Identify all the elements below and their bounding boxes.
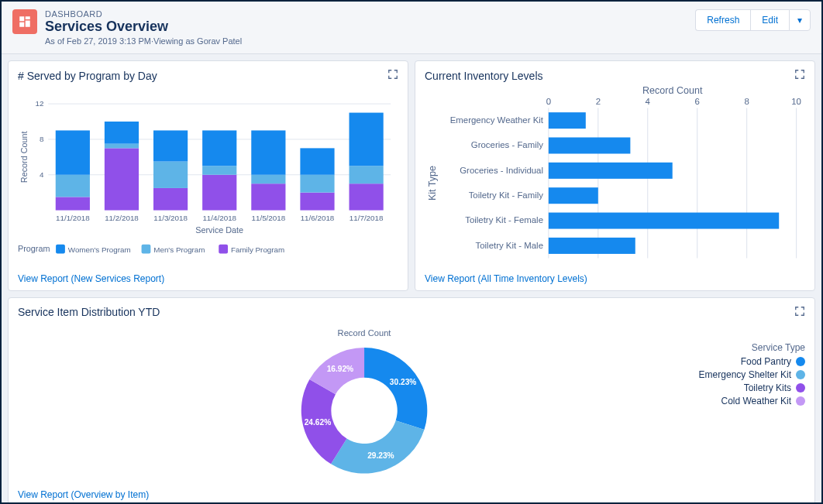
legend-label: Food Pantry [741,356,791,367]
card-title: Current Inventory Levels [425,70,543,82]
expand-icon[interactable] [387,69,398,82]
svg-text:Toiletry Kit - Family: Toiletry Kit - Family [469,190,544,200]
svg-text:Record Count: Record Count [338,328,392,338]
card-inventory-levels: Current Inventory Levels Record Count024… [415,60,815,291]
bar-segment[interactable] [202,166,236,174]
dashboard-icon [12,9,37,34]
bar-segment[interactable] [350,113,384,166]
legend-label: Emergency Shelter Kit [699,369,791,380]
bar-segment[interactable] [153,130,188,161]
bar-segment[interactable] [105,148,139,210]
bar-segment[interactable] [300,175,334,193]
svg-text:11/3/2018: 11/3/2018 [153,214,188,222]
bar-segment[interactable] [153,162,188,188]
card-title-row: Service Item Distribution YTD [18,306,805,319]
card-title-row: Current Inventory Levels [425,69,805,82]
svg-text:Record Count: Record Count [642,85,703,96]
svg-text:Groceries - Family: Groceries - Family [471,140,543,149]
legend-label: Cold Weather Kit [721,396,792,406]
svg-text:11/4/2018: 11/4/2018 [202,214,236,222]
card-service-item-distribution: Service Item Distribution YTD Record Cou… [8,297,815,502]
donut-slice[interactable] [364,348,427,430]
svg-text:Record Count: Record Count [19,132,29,183]
svg-text:Emergency Weather Kit: Emergency Weather Kit [450,115,544,125]
legend-dot [796,370,805,379]
svg-text:Groceries - Individual: Groceries - Individual [460,166,543,175]
bar-segment[interactable] [300,148,334,174]
more-actions-button[interactable]: ▾ [789,9,811,31]
legend-label: Toiletry Kits [744,382,791,393]
page-header: DASHBOARD Services Overview As of Feb 27… [2,2,821,54]
card-served-by-program: # Served by Program by Day 4812Record Co… [8,60,408,291]
bar-segment[interactable] [202,130,236,166]
bar-segment[interactable] [153,188,188,211]
bar-segment[interactable] [56,197,90,210]
bar-segment[interactable] [56,175,90,197]
svg-text:11/2/2018: 11/2/2018 [105,214,139,222]
svg-text:Toiletry Kit - Male: Toiletry Kit - Male [476,241,543,250]
svg-text:Women's Program: Women's Program [68,245,131,254]
legend-swatch [142,245,151,254]
bar-segment[interactable] [350,166,384,183]
bar[interactable] [549,112,586,129]
refresh-button[interactable]: Refresh [695,9,750,31]
header-actions: Refresh Edit ▾ [695,9,811,31]
svg-text:Family Program: Family Program [231,245,284,254]
edit-button[interactable]: Edit [750,9,789,31]
chevron-down-icon: ▾ [797,15,802,26]
bar-segment[interactable] [251,130,285,174]
svg-text:11/6/2018: 11/6/2018 [301,214,335,222]
card-title-row: # Served by Program by Day [18,69,398,82]
bar-segment[interactable] [251,175,285,183]
legend-dot [796,383,805,393]
svg-text:2: 2 [596,97,601,106]
bar-segment[interactable] [300,193,334,211]
bar[interactable] [549,163,673,179]
header-subtitle: As of Feb 27, 2019 3:13 PM·Viewing as Go… [45,36,242,46]
svg-text:11/1/2018: 11/1/2018 [56,214,90,222]
legend-title: Service Type [699,342,805,353]
bar-segment[interactable] [105,144,139,149]
bar-segment[interactable] [251,183,285,210]
page-title: Services Overview [45,19,242,35]
svg-text:4: 4 [40,170,44,179]
bar-segment[interactable] [202,175,236,211]
svg-text:Program: Program [18,244,50,253]
legend-row: Food Pantry [699,356,805,367]
header-title-block: DASHBOARD Services Overview As of Feb 27… [45,9,242,46]
legend-row: Toiletry Kits [699,382,805,393]
svg-text:29.23%: 29.23% [367,451,394,459]
bar[interactable] [549,213,779,229]
donut-chart-area: Record Count30.23%29.23%24.62%16.92% Ser… [18,319,805,486]
card-title: # Served by Program by Day [18,70,157,82]
svg-text:24.62%: 24.62% [305,417,331,426]
svg-text:11/5/2018: 11/5/2018 [252,214,286,222]
bar[interactable] [549,187,598,204]
svg-text:11/7/2018: 11/7/2018 [350,214,384,222]
bar-segment[interactable] [350,183,384,210]
svg-text:8: 8 [40,135,44,143]
bar-segment[interactable] [105,122,139,144]
svg-text:0: 0 [546,97,551,106]
view-report-link[interactable]: View Report (New Services Report) [18,273,398,284]
expand-icon[interactable] [794,306,805,319]
view-report-link[interactable]: View Report (Overview by Item) [18,489,805,500]
legend-row: Emergency Shelter Kit [699,369,805,380]
horizontal-bar-chart: Record Count0246810Kit TypeEmergency Wea… [425,82,805,270]
legend-swatch [219,245,228,254]
dashboard-page: DASHBOARD Services Overview As of Feb 27… [0,0,823,504]
bar[interactable] [549,137,631,153]
legend-dot [796,396,805,406]
svg-text:6: 6 [695,97,700,106]
legend-swatch [56,245,65,254]
svg-text:8: 8 [744,97,749,106]
svg-text:4: 4 [646,97,651,106]
expand-icon[interactable] [794,69,805,82]
donut-slice[interactable] [331,420,424,473]
svg-text:12: 12 [35,99,43,108]
bar-segment[interactable] [56,130,90,174]
header-left: DASHBOARD Services Overview As of Feb 27… [12,9,242,46]
view-report-link[interactable]: View Report (All Time Inventory Levels) [425,273,805,284]
bar[interactable] [549,238,635,254]
svg-text:Kit Type: Kit Type [427,166,438,201]
